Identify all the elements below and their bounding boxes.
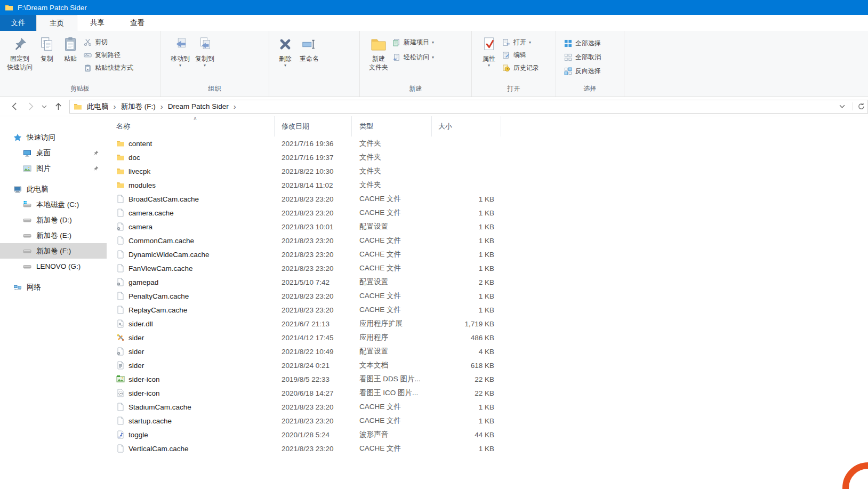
sidebar-item[interactable]: 新加卷 (F:) xyxy=(0,243,107,259)
new-folder-button[interactable]: 新建 文件夹 xyxy=(366,34,391,73)
exe-icon xyxy=(116,333,125,342)
breadcrumb-separator-icon[interactable]: › xyxy=(112,102,117,111)
address-box[interactable]: 此电脑›新加卷 (F:)›Dream Patch Sider› xyxy=(69,100,868,114)
sidebar-item-label: 此电脑 xyxy=(27,185,49,194)
breadcrumb-item[interactable]: 新加卷 (F:) xyxy=(117,102,159,111)
table-row[interactable]: FanViewCam.cache2021/8/23 23:20CACHE 文件1… xyxy=(112,261,868,275)
navigation-pane: 快速访问桌面图片此电脑本地磁盘 (C:)新加卷 (D:)新加卷 (E:)新加卷 … xyxy=(0,116,107,489)
table-row[interactable]: content2021/7/16 19:36文件夹 xyxy=(112,137,868,150)
table-row[interactable]: sider-icon2020/6/18 14:27看图王 ICO 图片...22… xyxy=(112,386,868,400)
table-row[interactable]: modules2021/8/14 11:02文件夹 xyxy=(112,178,868,192)
sidebar-item[interactable]: LENOVO (G:) xyxy=(0,259,107,274)
edit-button[interactable]: 编辑 xyxy=(501,50,541,60)
address-dropdown-chevron-icon[interactable] xyxy=(832,103,853,109)
paste-shortcut-label: 粘贴快捷方式 xyxy=(95,63,133,73)
table-row[interactable]: gamepad2021/5/10 7:42配置设置2 KB xyxy=(112,275,868,289)
select-all-button[interactable]: 全部选择 xyxy=(562,38,602,49)
image-ico-icon xyxy=(116,389,125,397)
table-row[interactable]: sider2021/8/24 0:21文本文档618 KB xyxy=(112,358,868,372)
open-label: 打开 xyxy=(513,38,526,47)
open-button[interactable]: 打开 ▾ xyxy=(501,37,541,47)
table-row[interactable]: BroadCastCam.cache2021/8/23 23:20CACHE 文… xyxy=(112,192,868,206)
network-icon xyxy=(13,283,22,292)
table-row[interactable]: doc2021/7/16 19:37文件夹 xyxy=(112,150,868,164)
column-header-date[interactable]: 修改日期 xyxy=(275,116,352,137)
tab-view[interactable]: 查看 xyxy=(117,15,157,31)
new-item-button[interactable]: 新建项目 ▾ xyxy=(391,37,436,47)
column-header-size[interactable]: 大小 xyxy=(432,116,501,137)
rename-button[interactable]: 重命名 xyxy=(297,34,322,65)
breadcrumb-separator-icon[interactable]: › xyxy=(232,102,237,111)
file-date: 2021/8/24 0:21 xyxy=(275,362,352,370)
paste-button[interactable]: 粘贴 xyxy=(59,34,82,65)
sidebar-item[interactable]: 快速访问 xyxy=(0,130,107,145)
table-row[interactable]: sider2021/8/22 10:49配置设置4 KB xyxy=(112,344,868,358)
column-header-name[interactable]: ∧ 名称 xyxy=(116,116,275,137)
invert-selection-icon xyxy=(564,67,573,76)
file-date: 2021/8/23 23:20 xyxy=(275,195,352,203)
table-row[interactable]: camera.cache2021/8/23 23:20CACHE 文件1 KB xyxy=(112,206,868,220)
sidebar-item[interactable]: 新加卷 (D:) xyxy=(0,212,107,228)
sidebar-item[interactable]: 此电脑 xyxy=(0,181,107,197)
select-none-button[interactable]: 全部取消 xyxy=(562,52,602,62)
file-date: 2021/8/22 10:30 xyxy=(275,167,352,175)
file-date: 2021/8/22 10:49 xyxy=(275,348,352,356)
file-size: 1 KB xyxy=(432,417,501,425)
delete-button[interactable]: 删除 ▾ xyxy=(274,34,297,68)
properties-button[interactable]: 属性 ▾ xyxy=(477,34,501,68)
tab-file[interactable]: 文件 xyxy=(0,15,36,31)
invert-selection-button[interactable]: 反向选择 xyxy=(562,66,602,76)
copy-to-button[interactable]: 复制到 ▾ xyxy=(192,34,217,68)
pin-to-quick-access-label: 固定到 xyxy=(10,55,29,63)
breadcrumb-item[interactable]: Dream Patch Sider xyxy=(164,102,232,110)
table-row[interactable]: sider2021/4/12 17:45应用程序486 KB xyxy=(112,331,868,344)
file-date: 2021/8/23 23:20 xyxy=(275,237,352,245)
table-row[interactable]: ReplayCam.cache2021/8/23 23:20CACHE 文件1 … xyxy=(112,303,868,317)
file-type: 应用程序 xyxy=(352,333,432,342)
easy-access-button[interactable]: 轻松访问 ▾ xyxy=(391,52,436,62)
invert-selection-label: 反向选择 xyxy=(575,67,601,76)
paste-shortcut-button[interactable]: 粘贴快捷方式 xyxy=(82,63,135,73)
sidebar-item[interactable]: 新加卷 (E:) xyxy=(0,228,107,243)
breadcrumb-separator-icon[interactable]: › xyxy=(159,102,164,111)
file-name: toggle xyxy=(128,431,148,439)
tab-share[interactable]: 共享 xyxy=(77,15,117,31)
table-row[interactable]: toggle2020/1/28 5:24波形声音44 KB xyxy=(112,428,868,442)
table-row[interactable]: StadiumCam.cache2021/8/23 23:20CACHE 文件1… xyxy=(112,400,868,414)
properties-label: 属性 xyxy=(483,55,495,63)
refresh-button[interactable] xyxy=(853,102,867,110)
new-item-icon xyxy=(392,38,401,47)
forward-button[interactable] xyxy=(22,102,38,111)
table-row[interactable]: sider.dll2021/6/7 21:13应用程序扩展1,719 KB xyxy=(112,317,868,331)
tab-home[interactable]: 主页 xyxy=(36,15,77,31)
table-row[interactable]: PenaltyCam.cache2021/8/23 23:20CACHE 文件1… xyxy=(112,289,868,303)
pictures-icon xyxy=(23,164,31,173)
copy-path-button[interactable]: 复制路径 xyxy=(82,50,135,60)
file-size: 1 KB xyxy=(432,237,501,245)
pinned-icon xyxy=(93,150,99,156)
move-to-button[interactable]: 移动到 ▾ xyxy=(168,34,192,68)
recent-locations-button[interactable] xyxy=(38,104,50,109)
table-row[interactable]: sider-icon2019/8/5 22:33看图王 DDS 图片...22 … xyxy=(112,372,868,386)
sidebar-item[interactable]: 图片 xyxy=(0,161,107,176)
table-row[interactable]: camera2021/8/23 10:01配置设置1 KB xyxy=(112,220,868,234)
sidebar-item[interactable]: 桌面 xyxy=(0,145,107,161)
breadcrumb-item[interactable]: 此电脑 xyxy=(83,102,112,111)
pin-to-quick-access-button[interactable]: 固定到 快速访问 xyxy=(4,34,35,73)
file-name: camera.cache xyxy=(128,209,174,217)
history-button[interactable]: 历史记录 xyxy=(501,63,541,73)
file-name: BroadCastCam.cache xyxy=(128,195,199,203)
sidebar-item[interactable]: 本地磁盘 (C:) xyxy=(0,197,107,212)
table-row[interactable]: VerticalCam.cache2021/8/23 23:20CACHE 文件… xyxy=(112,442,868,455)
table-row[interactable]: DynamicWideCam.cache2021/8/23 23:20CACHE… xyxy=(112,247,868,261)
table-row[interactable]: startup.cache2021/8/23 23:20CACHE 文件1 KB xyxy=(112,414,868,428)
column-header-type[interactable]: 类型 xyxy=(352,116,432,137)
table-row[interactable]: livecpk2021/8/22 10:30文件夹 xyxy=(112,164,868,178)
sidebar-item[interactable]: 网络 xyxy=(0,279,107,295)
file-date: 2021/6/7 21:13 xyxy=(275,320,352,328)
copy-button[interactable]: 复制 xyxy=(35,34,59,65)
up-button[interactable] xyxy=(50,102,66,111)
back-button[interactable] xyxy=(6,102,22,111)
table-row[interactable]: CommonCam.cache2021/8/23 23:20CACHE 文件1 … xyxy=(112,234,868,247)
cut-button[interactable]: 剪切 xyxy=(82,37,135,47)
